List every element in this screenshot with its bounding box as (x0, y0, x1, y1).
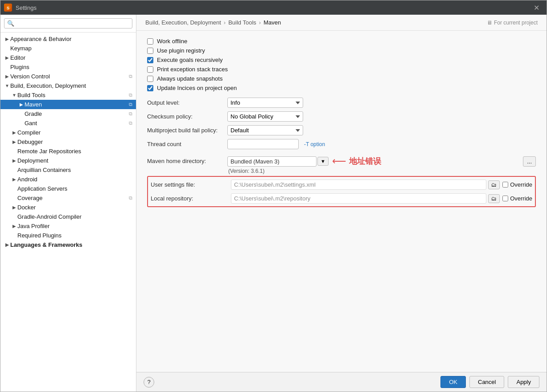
update-indices-label: Update Incices on project open (157, 85, 237, 91)
output-level-select[interactable]: Info Debug Warn Error (227, 98, 303, 108)
annotation-text: 地址错误 (349, 156, 381, 167)
help-button[interactable]: ? (144, 377, 154, 388)
local-repository-controls: 🗂 Override (231, 193, 532, 204)
sidebar-item-java-profiler[interactable]: ▶ Java Profiler (0, 221, 136, 231)
sidebar-item-app-servers[interactable]: Application Servers (0, 184, 136, 193)
work-offline-checkbox[interactable] (147, 38, 153, 45)
sidebar-item-version-control[interactable]: ▶ Version Control ⧉ (0, 72, 136, 81)
always-update-row: Always update snapshots (147, 75, 536, 82)
arrow-icon: ▶ (4, 37, 10, 41)
checksum-policy-label: Checksum policy: (147, 113, 227, 120)
user-settings-browse-button[interactable]: 🗂 (488, 180, 500, 189)
sidebar-item-build-execution[interactable]: ▼ Build, Execution, Deployment (0, 81, 136, 90)
user-settings-override-area: Override (502, 181, 532, 188)
sidebar-item-deployment[interactable]: ▶ Deployment (0, 156, 136, 165)
always-update-checkbox[interactable] (147, 76, 153, 82)
sidebar-item-label: Android (17, 176, 132, 183)
sidebar-item-label: Coverage (17, 195, 127, 201)
local-repository-row: Local repository: 🗂 Override (151, 193, 532, 204)
maven-home-more-button[interactable]: ... (523, 156, 536, 167)
thread-count-input[interactable] (227, 139, 299, 149)
cancel-button[interactable]: Cancel (469, 376, 504, 388)
arrow-icon: ▼ (4, 83, 10, 88)
sidebar-item-gradle-android[interactable]: Gradle-Android Compiler (0, 212, 136, 221)
user-settings-group: User settings file: 🗂 Override Loca (147, 176, 536, 207)
sidebar-item-remote-jar[interactable]: Remote Jar Repositories (0, 147, 136, 156)
user-settings-override-label: Override (510, 181, 532, 188)
sidebar-item-required-plugins[interactable]: Required Plugins (0, 231, 136, 240)
close-button[interactable]: ✕ (530, 2, 543, 14)
print-exception-checkbox[interactable] (147, 66, 153, 73)
maven-home-dropdown-button[interactable]: ▼ (317, 157, 329, 166)
multiproject-policy-label: Multiproject build fail policy: (147, 127, 227, 134)
arrow-icon (11, 233, 17, 238)
ok-button[interactable]: OK (440, 376, 466, 388)
arrow-icon (11, 186, 17, 191)
sidebar-item-docker[interactable]: ▶ Docker (0, 203, 136, 212)
arrow-icon: ▶ (18, 102, 25, 107)
sidebar-item-label: Compiler (17, 129, 132, 136)
execute-goals-checkbox[interactable] (147, 57, 153, 63)
local-repository-input[interactable] (231, 193, 486, 204)
sidebar-item-gradle[interactable]: Gradle ⧉ (0, 109, 136, 118)
update-indices-checkbox[interactable] (147, 85, 153, 91)
maven-home-input[interactable] (227, 156, 317, 167)
sidebar-item-label: Arquillian Containers (17, 167, 132, 173)
arrow-icon (11, 214, 17, 219)
sidebar-item-label: Docker (17, 204, 132, 211)
work-offline-row: Work offline (147, 38, 536, 45)
checksum-policy-select[interactable]: No Global Policy Warn Fail (227, 111, 303, 122)
sidebar-item-debugger[interactable]: ▶ Debugger (0, 137, 136, 147)
arrow-icon (11, 167, 17, 172)
arrow-icon (11, 149, 17, 154)
sidebar-item-editor[interactable]: ▶ Editor (0, 53, 136, 62)
sidebar-item-label: Remote Jar Repositories (17, 148, 132, 155)
breadcrumb-current: Maven (263, 19, 281, 26)
use-plugin-registry-checkbox[interactable] (147, 48, 153, 54)
use-plugin-registry-row: Use plugin registry (147, 47, 536, 54)
panel-body: Work offline Use plugin registry Execute… (136, 31, 547, 372)
user-settings-input[interactable] (231, 180, 486, 190)
sidebar-item-label: Java Profiler (17, 223, 132, 229)
local-repository-label: Local repository: (151, 195, 231, 202)
sidebar-item-label: Languages & Frameworks (10, 241, 132, 248)
search-input[interactable] (4, 18, 132, 29)
sidebar-item-maven[interactable]: ▶ Maven ⧉ (0, 100, 136, 109)
user-settings-override-checkbox[interactable] (502, 182, 508, 188)
red-arrow-icon: ⟵ (332, 155, 346, 167)
use-plugin-registry-label: Use plugin registry (157, 47, 205, 54)
right-panel: Build, Execution, Deployment › Build Too… (136, 15, 547, 392)
maven-version-text: (Version: 3.6.1) (227, 168, 536, 174)
local-repository-browse-button[interactable]: 🗂 (488, 194, 500, 203)
sidebar-item-compiler[interactable]: ▶ Compiler (0, 128, 136, 137)
sidebar-item-languages[interactable]: ▶ Languages & Frameworks (0, 240, 136, 249)
execute-goals-label: Execute goals recursively (157, 57, 222, 63)
sidebar-item-android[interactable]: ▶ Android (0, 175, 136, 184)
sidebar-item-gant[interactable]: Gant ⧉ (0, 118, 136, 128)
sidebar-item-plugins[interactable]: Plugins (0, 62, 136, 72)
local-repository-override-checkbox[interactable] (502, 196, 508, 201)
sidebar-item-appearance[interactable]: ▶ Appearance & Behavior (0, 34, 136, 44)
sidebar-item-label: Build Tools (17, 92, 127, 98)
sidebar-item-build-tools[interactable]: ▼ Build Tools ⧉ (0, 90, 136, 100)
sidebar-item-label: Gant (25, 120, 127, 127)
user-settings-row: User settings file: 🗂 Override (151, 180, 532, 190)
arrow-icon: ▶ (4, 242, 10, 247)
sidebar-item-coverage[interactable]: Coverage ⧉ (0, 193, 136, 203)
sidebar-item-keymap[interactable]: Keymap (0, 44, 136, 53)
maven-home-wrapper: Maven home directory: ▼ ⟵ 地址错误 ... (Vers… (147, 155, 536, 174)
breadcrumb-separator: › (224, 19, 226, 26)
arrow-icon (18, 121, 25, 126)
maven-home-input-row: ▼ ⟵ 地址错误 ... (227, 155, 536, 167)
copy-icon: ⧉ (129, 120, 132, 126)
update-indices-row: Update Incices on project open (147, 85, 536, 91)
breadcrumb-item-1: Build, Execution, Deployment (145, 19, 221, 26)
thread-count-label: Thread count (147, 141, 227, 147)
maven-home-right: ▼ ⟵ 地址错误 ... (Version: 3.6.1) (227, 155, 536, 174)
sidebar-item-arquillian[interactable]: Arquillian Containers (0, 165, 136, 175)
checksum-policy-control: No Global Policy Warn Fail (227, 111, 303, 122)
multiproject-policy-select[interactable]: Default Fail At End Never Fail (227, 125, 303, 135)
sidebar-item-label: Appearance & Behavior (10, 36, 132, 42)
apply-button[interactable]: Apply (508, 376, 539, 388)
always-update-label: Always update snapshots (157, 75, 222, 82)
